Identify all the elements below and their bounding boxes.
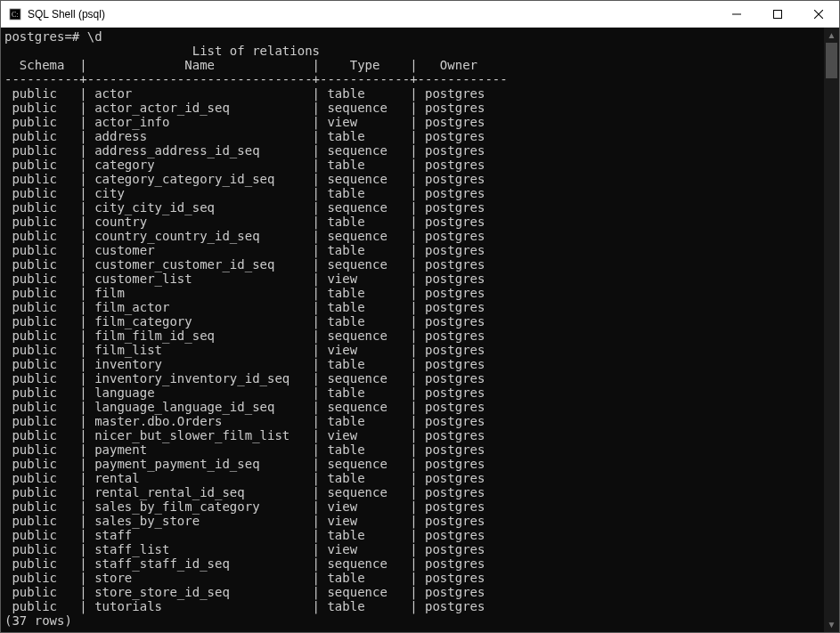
svg-rect-3 — [774, 10, 782, 18]
svg-text:C:: C: — [12, 11, 19, 19]
scroll-thumb[interactable] — [826, 43, 837, 78]
terminal-output: postgres=# \d List of relations Schema |… — [4, 29, 839, 628]
maximize-button[interactable] — [757, 1, 798, 28]
vertical-scrollbar[interactable]: ▲ ▼ — [824, 28, 839, 632]
terminal-area[interactable]: postgres=# \d List of relations Schema |… — [1, 28, 839, 632]
titlebar[interactable]: C: SQL Shell (psql) — [1, 1, 839, 28]
app-icon: C: — [8, 7, 22, 21]
minimize-button[interactable] — [716, 1, 757, 28]
scroll-up-arrow[interactable]: ▲ — [824, 28, 839, 43]
scroll-down-arrow[interactable]: ▼ — [824, 617, 839, 632]
window-title: SQL Shell (psql) — [28, 8, 105, 20]
close-button[interactable] — [798, 1, 839, 28]
